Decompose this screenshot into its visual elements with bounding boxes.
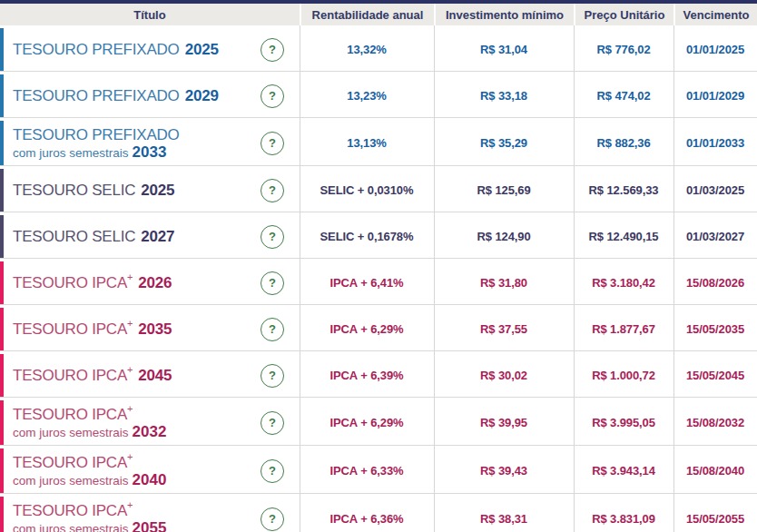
bond-title-cell: TESOURO PREFIXADO2029 ? xyxy=(0,74,300,117)
bond-maturity: 01/01/2029 xyxy=(686,89,744,103)
bond-min-investment: R$ 31,04 xyxy=(480,43,527,56)
help-icon[interactable]: ? xyxy=(261,411,284,435)
question-mark-glyph: ? xyxy=(269,43,276,56)
bond-title: TESOURO SELIC2027 xyxy=(13,228,174,246)
bond-yield: IPCA + 6,29% xyxy=(329,416,403,429)
bond-sup: + xyxy=(127,499,133,510)
bond-min-investment: R$ 35,29 xyxy=(480,136,527,150)
bond-year-sub: 2055 xyxy=(133,519,167,532)
question-mark-glyph: ? xyxy=(269,464,276,478)
bond-title-cell: TESOURO PREFIXADO2025 ? xyxy=(0,28,300,71)
bond-maturity: 01/01/2033 xyxy=(686,136,744,150)
bond-title-cell: TESOURO IPCA+2045 ? xyxy=(0,354,300,397)
bond-subtitle: com juros semestrais xyxy=(13,474,129,488)
bond-color-bar xyxy=(0,261,4,304)
bond-table-body: TESOURO PREFIXADO2025 ? 13,32% R$ 31,04 … xyxy=(0,28,757,532)
table-row[interactable]: TESOURO IPCA+ com juros semestrais2040 ?… xyxy=(0,448,757,494)
bond-year-sub: 2032 xyxy=(133,423,167,440)
bond-title-cell: TESOURO IPCA+ com juros semestrais2040 ? xyxy=(0,448,300,493)
table-row[interactable]: TESOURO IPCA+ com juros semestrais2032 ?… xyxy=(0,400,757,446)
help-icon[interactable]: ? xyxy=(261,132,284,155)
bond-subtitle: com juros semestrais xyxy=(13,146,129,160)
column-separator xyxy=(673,25,674,532)
bond-name: TESOURO PREFIXADO xyxy=(13,87,180,104)
bond-name: TESOURO IPCA xyxy=(13,406,127,423)
table-header: Título Rentabilidade anual Investimento … xyxy=(0,4,757,25)
question-mark-glyph: ? xyxy=(269,322,276,336)
bond-name: TESOURO IPCA xyxy=(13,367,127,384)
bond-yield: IPCA + 6,36% xyxy=(329,512,403,526)
bond-title: TESOURO IPCA+ com juros semestrais2040 xyxy=(13,454,166,488)
bond-name: TESOURO SELIC xyxy=(13,182,135,199)
bond-unit-price: R$ 1.000,72 xyxy=(592,369,655,382)
bond-sup: + xyxy=(127,364,133,375)
bond-maturity: 15/08/2032 xyxy=(686,416,744,429)
help-icon[interactable]: ? xyxy=(261,38,284,62)
bond-year-inline: 2027 xyxy=(141,228,174,245)
table-row[interactable]: TESOURO IPCA+2026 ? IPCA + 6,41% R$ 31,8… xyxy=(0,261,757,305)
bond-name: TESOURO IPCA xyxy=(13,502,127,519)
help-icon[interactable]: ? xyxy=(261,318,284,341)
bond-maturity: 15/08/2040 xyxy=(686,464,744,478)
help-icon[interactable]: ? xyxy=(261,459,284,483)
bond-min-investment: R$ 30,02 xyxy=(480,369,527,382)
bond-name: TESOURO IPCA xyxy=(13,454,127,471)
help-icon[interactable]: ? xyxy=(261,179,284,202)
bond-yield: 13,23% xyxy=(347,89,387,103)
bond-maturity: 01/03/2025 xyxy=(686,183,744,197)
table-row[interactable]: TESOURO PREFIXADO com juros semestrais20… xyxy=(0,121,757,166)
bond-title: TESOURO PREFIXADO2029 xyxy=(13,87,219,105)
bond-min-investment: R$ 38,31 xyxy=(480,512,527,526)
table-row[interactable]: TESOURO SELIC2027 ? SELIC + 0,1678% R$ 1… xyxy=(0,215,757,259)
bond-color-bar xyxy=(0,169,4,212)
column-header-investimento: Investimento mínimo xyxy=(434,4,574,25)
table-row[interactable]: TESOURO PREFIXADO2029 ? 13,23% R$ 33,18 … xyxy=(0,74,757,118)
bond-min-investment: R$ 125,69 xyxy=(477,183,530,197)
column-separator xyxy=(434,25,435,532)
bond-year-inline: 2045 xyxy=(138,367,172,384)
bond-color-bar xyxy=(0,308,4,350)
bond-title-cell: TESOURO SELIC2027 ? xyxy=(0,215,300,258)
table-row[interactable]: TESOURO SELIC2025 ? SELIC + 0,0310% R$ 1… xyxy=(0,169,757,212)
bond-title-cell: TESOURO IPCA+ com juros semestrais2032 ? xyxy=(0,400,300,445)
question-mark-glyph: ? xyxy=(269,89,276,103)
help-icon[interactable]: ? xyxy=(261,225,284,249)
column-header-titulo: Título xyxy=(0,4,300,25)
table-row[interactable]: TESOURO IPCA+2045 ? IPCA + 6,39% R$ 30,0… xyxy=(0,354,757,398)
bond-yield: IPCA + 6,33% xyxy=(329,464,403,478)
bond-yield: 13,32% xyxy=(347,43,387,56)
bond-color-bar xyxy=(0,215,4,258)
question-mark-glyph: ? xyxy=(269,416,276,429)
bond-sup: + xyxy=(127,403,133,414)
bond-maturity: 15/05/2035 xyxy=(686,322,744,336)
bond-min-investment: R$ 37,55 xyxy=(480,322,527,336)
bond-unit-price: R$ 3.943,14 xyxy=(592,464,655,478)
bond-min-investment: R$ 33,18 xyxy=(480,89,527,103)
help-icon[interactable]: ? xyxy=(261,364,284,388)
bond-yield: SELIC + 0,1678% xyxy=(320,230,414,243)
column-header-rentabilidade: Rentabilidade anual xyxy=(300,4,434,25)
bond-title-cell: TESOURO IPCA+ com juros semestrais2055 ? xyxy=(0,497,300,532)
bond-yield: IPCA + 6,39% xyxy=(329,369,403,382)
bond-yield: 13,13% xyxy=(347,136,387,150)
bond-name: TESOURO IPCA xyxy=(13,274,127,291)
column-separator xyxy=(300,25,300,532)
bond-title: TESOURO IPCA+2035 xyxy=(13,320,172,339)
help-icon[interactable]: ? xyxy=(261,271,284,295)
question-mark-glyph: ? xyxy=(269,276,276,290)
help-icon[interactable]: ? xyxy=(261,84,284,108)
bond-unit-price: R$ 12.490,15 xyxy=(589,230,659,243)
table-row[interactable]: TESOURO IPCA+2035 ? IPCA + 6,29% R$ 37,5… xyxy=(0,308,757,351)
bond-color-bar xyxy=(0,448,4,493)
bond-subtitle: com juros semestrais xyxy=(13,522,129,532)
bond-min-investment: R$ 124,90 xyxy=(477,230,530,243)
table-row[interactable]: TESOURO PREFIXADO2025 ? 13,32% R$ 31,04 … xyxy=(0,28,757,72)
bond-table-page: Título Rentabilidade anual Investimento … xyxy=(0,0,757,532)
bond-title: TESOURO SELIC2025 xyxy=(13,182,174,200)
bond-title-cell: TESOURO SELIC2025 ? xyxy=(0,169,300,212)
bond-unit-price: R$ 3.995,05 xyxy=(592,416,655,429)
table-row[interactable]: TESOURO IPCA+ com juros semestrais2055 ?… xyxy=(0,497,757,532)
bond-color-bar xyxy=(0,121,4,165)
help-icon[interactable]: ? xyxy=(261,507,284,531)
question-mark-glyph: ? xyxy=(269,136,276,150)
